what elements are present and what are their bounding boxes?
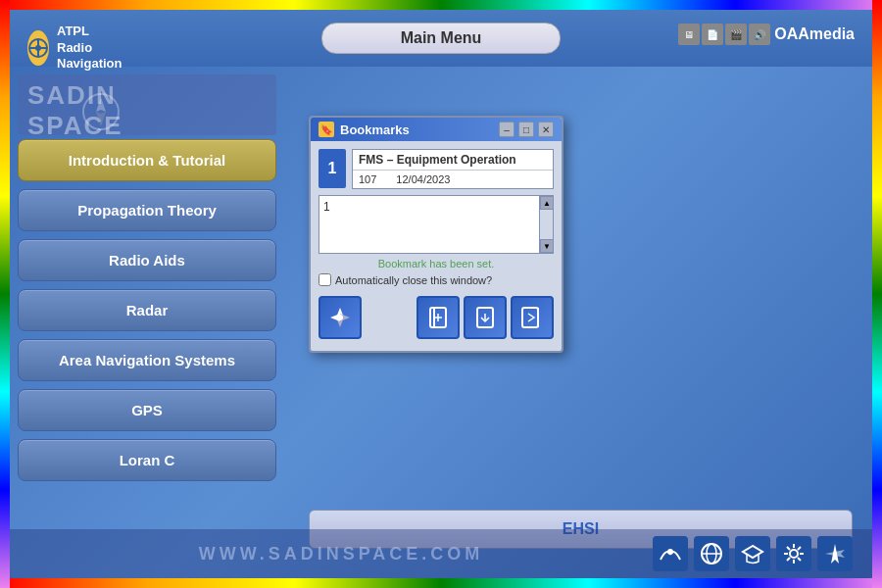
scroll-up-arrow[interactable]: ▲ <box>540 196 554 210</box>
sidebar-item-propagation[interactable]: Propagation Theory <box>18 189 276 231</box>
rainbow-left <box>0 0 10 588</box>
oaa-logo: 🖥 📄 🎬 🔊 OAAmedia <box>678 24 855 45</box>
bookmark-page: 107 <box>359 173 376 185</box>
watermark-text: WWW.SADINSPACE.COM <box>29 544 653 564</box>
oaa-brand-text: OAAmedia <box>774 25 855 43</box>
app-logo: ATPL Radio Navigation <box>20 20 108 76</box>
bottom-icon-book[interactable] <box>735 536 770 571</box>
app-title: ATPL Radio Navigation <box>57 24 122 74</box>
graduation-icon <box>739 540 766 567</box>
toolbar-action-2[interactable] <box>464 296 507 339</box>
svg-point-3 <box>35 45 41 51</box>
bookmark-add-icon <box>424 304 452 331</box>
bookmarks-dialog: 🔖 Bookmarks – □ ✕ 1 FMS – Equipment Oper… <box>309 116 564 353</box>
sidebar-item-radio-aids[interactable]: Radio Aids <box>18 239 276 281</box>
bookmark-number: 1 <box>318 149 346 188</box>
sidebar-item-radar[interactable]: Radar <box>18 289 276 331</box>
auto-close-label: Automatically close this window? <box>335 274 492 286</box>
oaa-icon-group: 🖥 📄 🎬 🔊 <box>678 24 770 45</box>
app-logo-icon <box>27 30 49 66</box>
header: ATPL Radio Navigation Main Menu 🖥 📄 🎬 🔊 … <box>10 10 872 67</box>
rainbow-bottom <box>0 578 882 588</box>
bottom-icons <box>653 536 853 571</box>
bookmark-goto-icon <box>471 304 499 331</box>
sidebar-item-intro[interactable]: Introduction & Tutorial <box>18 139 276 181</box>
svg-point-20 <box>667 549 673 555</box>
dialog-controls: – □ ✕ <box>499 122 554 137</box>
gear-icon <box>780 540 808 567</box>
sadin-compass-icon <box>76 92 125 131</box>
dialog-minimize-button[interactable]: – <box>499 122 514 137</box>
bookmark-course-title: FMS – Equipment Operation <box>353 150 553 171</box>
antenna-icon <box>27 37 49 59</box>
svg-marker-5 <box>96 97 106 112</box>
toolbar-action-1[interactable] <box>416 296 460 339</box>
bottom-icon-eagle[interactable] <box>653 536 688 571</box>
sidebar-item-area-nav[interactable]: Area Navigation Systems <box>18 339 276 381</box>
navigation-icon <box>821 540 849 567</box>
oaa-icon-2: 📄 <box>702 24 723 45</box>
globe-icon <box>698 540 725 567</box>
rainbow-top <box>0 0 882 10</box>
svg-marker-24 <box>743 546 762 558</box>
bottom-icon-settings[interactable] <box>776 536 811 571</box>
bookmark-next-icon <box>518 304 546 331</box>
bookmark-entry: 1 FMS – Equipment Operation 107 12/04/20… <box>318 149 554 189</box>
svg-rect-18 <box>522 308 538 327</box>
bottom-icon-globe[interactable] <box>694 536 729 571</box>
toolbar-action-3[interactable] <box>511 296 554 339</box>
bottom-icon-nav[interactable] <box>817 536 853 571</box>
dialog-restore-button[interactable]: □ <box>518 122 534 137</box>
dialog-body: 1 FMS – Equipment Operation 107 12/04/20… <box>311 141 562 351</box>
rainbow-right <box>872 0 882 588</box>
sidebar-item-loran[interactable]: Loran C <box>18 439 276 481</box>
svg-point-25 <box>790 550 798 558</box>
dialog-close-button[interactable]: ✕ <box>538 122 554 137</box>
dialog-title-text: Bookmarks <box>340 122 499 137</box>
auto-close-checkbox[interactable] <box>318 273 331 286</box>
oaa-icon-4: 🔊 <box>749 24 770 45</box>
bookmark-date: 12/04/2023 <box>396 173 450 185</box>
eagle-icon <box>657 540 684 567</box>
scroll-track <box>540 210 553 239</box>
svg-point-11 <box>337 315 343 320</box>
scroll-down-arrow[interactable]: ▼ <box>540 239 554 253</box>
toolbar-icon-group <box>416 296 554 339</box>
bookmark-notes-content: 1 <box>319 196 553 218</box>
bottom-bar: WWW.SADINSPACE.COM <box>10 529 872 578</box>
sidebar-item-gps[interactable]: GPS <box>18 389 276 431</box>
compass-nav-icon <box>326 304 354 331</box>
svg-marker-6 <box>96 112 106 126</box>
content-area: 🔖 Bookmarks – □ ✕ 1 FMS – Equipment Oper… <box>289 67 872 578</box>
oaa-icon-3: 🎬 <box>725 24 747 45</box>
toolbar-nav-button[interactable] <box>318 296 362 339</box>
sadinspace-logo: SADINSPACE <box>18 74 276 135</box>
dialog-titlebar: 🔖 Bookmarks – □ ✕ <box>311 118 562 141</box>
notes-scrollbar: ▲ ▼ <box>539 196 553 253</box>
main-menu-button[interactable]: Main Menu <box>321 23 562 54</box>
bookmark-status-text: Bookmark has been set. <box>318 258 554 270</box>
bookmark-info: FMS – Equipment Operation 107 12/04/2023 <box>352 149 554 189</box>
dialog-title-icon: 🔖 <box>318 122 334 137</box>
oaa-icon-1: 🖥 <box>678 24 700 45</box>
bookmark-notes-area[interactable]: 1 ▲ ▼ <box>318 195 554 254</box>
auto-close-row: Automatically close this window? <box>318 273 554 286</box>
sidebar: SADINSPACE Introduction & Tutorial Propa… <box>10 67 284 578</box>
bookmark-meta-row: 107 12/04/2023 <box>353 171 553 188</box>
dialog-toolbar <box>318 292 554 343</box>
